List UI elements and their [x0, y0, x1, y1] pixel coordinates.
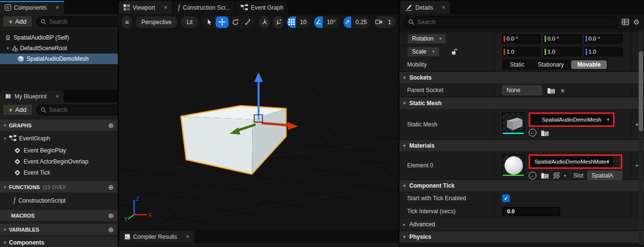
components-search-input[interactable] — [49, 18, 124, 25]
tree-item-mesh[interactable]: SpatialAudioDemoMesh — [0, 54, 118, 64]
macros-section-header[interactable]: MACROS ⊕ — [0, 210, 118, 221]
details-search-input[interactable] — [417, 19, 613, 26]
texture-streaming-icon[interactable] — [553, 172, 560, 178]
camera-speed-control[interactable]: 1 — [374, 16, 396, 28]
close-icon[interactable]: × — [164, 4, 167, 11]
display-filter-icon[interactable] — [622, 19, 629, 25]
components-category-header[interactable]: ▾ Components — [0, 237, 118, 247]
tick-enabled-checkbox[interactable]: ✓ — [502, 194, 510, 202]
browse-socket-icon[interactable] — [547, 87, 555, 94]
details-search[interactable] — [404, 16, 617, 28]
physics-section-header[interactable]: ▾ Physics — [399, 231, 644, 243]
scale-snap-value[interactable]: 0.25 — [351, 19, 371, 26]
rotation-z-field[interactable]: 0.0 ° — [584, 34, 623, 43]
tree-item-self[interactable]: SpatialAudioBP (Self) — [0, 32, 118, 43]
tab-event-graph[interactable]: Event Graph — [236, 1, 288, 14]
scale-dropdown[interactable]: Scale ▾ — [407, 47, 439, 57]
scale-tool-button[interactable] — [242, 16, 255, 28]
browse-asset-icon[interactable] — [541, 129, 549, 137]
event-row[interactable]: Event ActorBeginOverlap — [0, 156, 118, 167]
close-icon[interactable]: × — [55, 93, 59, 99]
tab-details[interactable]: Details × — [400, 1, 450, 14]
gizmo-space-button[interactable] — [259, 16, 270, 28]
tab-components[interactable]: C Components × — [0, 1, 64, 14]
scale-x-field[interactable]: 1.0 — [502, 47, 541, 56]
tab-my-blueprint[interactable]: My Blueprint × — [0, 90, 64, 102]
rotation-dropdown[interactable]: Rotation ▾ — [407, 34, 446, 44]
add-macro-icon[interactable]: ⊕ — [108, 212, 114, 220]
components-search[interactable] — [36, 16, 128, 27]
viewport-menu-button[interactable]: ≡ — [122, 16, 132, 28]
component-tick-section-header[interactable]: ▾ Component Tick — [399, 180, 644, 192]
details-scrollbar[interactable] — [639, 31, 643, 245]
add-blueprint-button[interactable]: + Add — [3, 104, 32, 115]
mobility-movable-option[interactable]: Movable — [571, 60, 607, 69]
add-function-icon[interactable]: ⊕ — [108, 183, 114, 191]
advanced-expander[interactable]: ▸ Advanced — [399, 218, 644, 231]
grid-snap-icon[interactable] — [287, 16, 296, 28]
rotation-snap-control[interactable]: ∠ 10° — [314, 16, 340, 28]
lock-open-icon[interactable] — [451, 48, 457, 55]
perspective-button[interactable]: Perspective — [136, 16, 178, 28]
parent-socket-field[interactable]: None — [502, 85, 542, 95]
caret-down-icon[interactable]: ▾ — [7, 46, 9, 51]
asset-type-bar — [503, 175, 524, 176]
tick-interval-field[interactable]: 0.0 — [502, 207, 560, 216]
event-row[interactable]: Event Tick — [0, 167, 118, 178]
gear-icon[interactable]: ⚙ — [633, 18, 640, 27]
variables-section-header[interactable]: ▾ VARIABLES ⊕ — [0, 224, 118, 235]
chevron-down-icon[interactable]: ▾ — [564, 173, 566, 178]
materials-section-header[interactable]: ▾ Materials — [399, 140, 644, 152]
close-icon[interactable]: × — [55, 4, 59, 11]
browse-asset-icon[interactable] — [541, 172, 549, 179]
angle-snap-icon[interactable]: ∠ — [314, 16, 322, 28]
move-tool-button[interactable] — [216, 16, 229, 28]
clear-socket-icon[interactable]: × — [561, 86, 565, 95]
sockets-section-header[interactable]: ▾ Sockets — [399, 72, 644, 84]
tab-viewport[interactable]: Viewport × — [119, 1, 172, 14]
rotation-x-field[interactable]: 0.0 ° — [502, 34, 541, 43]
tab-compiler-results[interactable]: Compiler Results × — [120, 231, 194, 243]
my-blueprint-search[interactable] — [36, 105, 118, 115]
mobility-static-option[interactable]: Static — [504, 60, 531, 69]
material-thumbnail[interactable] — [502, 154, 524, 177]
hamburger-icon: ≡ — [125, 18, 129, 26]
functions-section-header[interactable]: ▾ FUNCTIONS (19 OVEF ⊕ — [0, 181, 118, 192]
surface-snapping-button[interactable] — [273, 16, 284, 28]
add-component-button[interactable]: + Add — [3, 16, 32, 27]
close-icon[interactable]: × — [442, 4, 446, 11]
static-mesh-select[interactable]: SpatialAudioDemoMesh ▾ — [531, 114, 613, 125]
scale-z-field[interactable]: 1.0 — [584, 47, 623, 56]
viewport-3d-scene[interactable]: Z X Y — [119, 30, 398, 230]
eventgraph-row[interactable]: ▾ EventGraph — [0, 133, 118, 144]
scale-snap-control[interactable]: ↗ 0.25 — [343, 16, 371, 28]
caret-down-icon[interactable]: ▾ — [4, 136, 6, 141]
scrollbar-thumb[interactable] — [639, 51, 643, 131]
camera-speed-value[interactable]: 1 — [384, 19, 396, 26]
graphs-section-header[interactable]: ▾ GRAPHS ⊕ — [0, 120, 118, 131]
rotation-y-field[interactable]: 0.0 ° — [543, 34, 582, 43]
lit-button[interactable]: Lit — [181, 16, 199, 28]
close-icon[interactable]: × — [186, 233, 190, 240]
use-selected-asset-icon[interactable]: ← — [529, 172, 536, 179]
rotate-tool-button[interactable] — [229, 16, 242, 28]
add-graph-icon[interactable]: ⊕ — [108, 122, 114, 129]
slot-name-field[interactable]: SpatialA — [588, 171, 622, 180]
add-variable-icon[interactable]: ⊕ — [108, 226, 114, 233]
use-selected-asset-icon[interactable]: ← — [529, 129, 536, 137]
static-mesh-section-header[interactable]: ▾ Static Mesh — [399, 97, 644, 110]
material-select[interactable]: SpatialAudioDemoMeshMateria ▾ — [531, 156, 613, 167]
scale-snap-icon[interactable]: ↗ — [343, 16, 351, 28]
mobility-stationary-option[interactable]: Stationary — [532, 60, 570, 69]
scale-y-field[interactable]: 1.0 — [543, 47, 582, 56]
tree-item-scene-root[interactable]: ▾ DefaultSceneRoot — [0, 43, 118, 54]
grid-snap-value[interactable]: 10 — [296, 19, 311, 26]
static-mesh-thumbnail[interactable] — [502, 112, 524, 135]
angle-snap-value[interactable]: 10° — [323, 19, 340, 26]
select-tool-button[interactable] — [203, 16, 216, 28]
grid-snap-control[interactable]: 10 — [287, 16, 311, 28]
event-row[interactable]: Event BeginPlay — [0, 145, 118, 156]
tab-construction-script[interactable]: f Construction Scr... — [173, 1, 235, 14]
my-blueprint-search-input[interactable] — [49, 107, 118, 113]
construction-script-row[interactable]: f ConstructionScript — [0, 194, 118, 207]
